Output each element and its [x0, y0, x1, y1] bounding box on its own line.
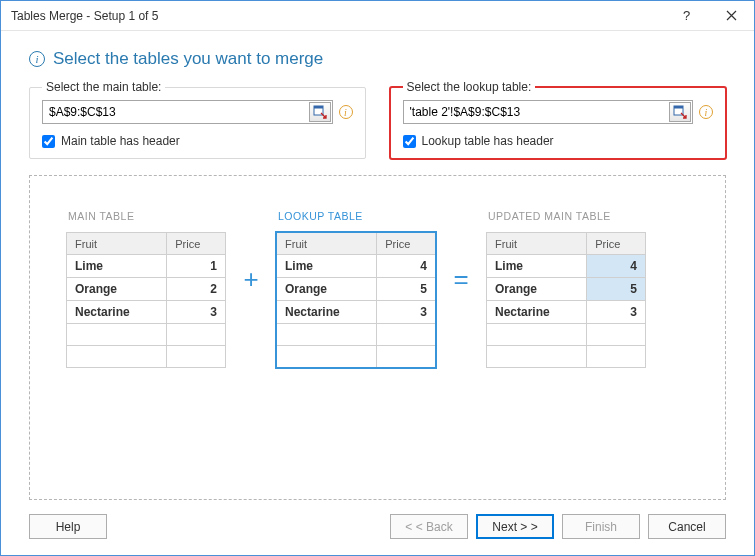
main-table: FruitPrice Lime1 Orange2 Nectarine3 [66, 232, 226, 368]
table-row: Orange5 [277, 278, 436, 301]
main-table-header-check-text: Main table has header [61, 134, 180, 148]
lookup-table-header-check-text: Lookup table has header [422, 134, 554, 148]
main-table-header-check-label[interactable]: Main table has header [42, 134, 353, 148]
lookup-table-range-picker-button[interactable] [669, 102, 691, 122]
svg-rect-1 [314, 106, 323, 109]
titlebar: Tables Merge - Setup 1 of 5 ? [1, 1, 754, 31]
table-row: Orange5 [487, 278, 646, 301]
svg-rect-3 [674, 106, 683, 109]
lookup-table-legend: Select the lookup table: [403, 80, 536, 94]
updated-table: FruitPrice Lime4 Orange5 Nectarine3 [486, 232, 646, 368]
lookup-table-block: LOOKUP TABLE FruitPrice Lime4 Orange5 Ne… [276, 210, 436, 368]
back-button[interactable]: < < Back [390, 514, 468, 539]
config-row: Select the main table: i Main table has … [1, 81, 754, 165]
main-table-info-icon[interactable]: i [339, 105, 353, 119]
updated-table-label: UPDATED MAIN TABLE [488, 210, 646, 222]
page-heading: Select the tables you want to merge [53, 49, 323, 69]
lookup-table-header-checkbox[interactable] [403, 135, 416, 148]
help-titlebar-button[interactable]: ? [664, 1, 709, 30]
main-table-group: Select the main table: i Main table has … [29, 87, 366, 159]
main-table-label: MAIN TABLE [68, 210, 226, 222]
tables-row: MAIN TABLE FruitPrice Lime1 Orange2 Nect… [66, 210, 689, 368]
preview-area: MAIN TABLE FruitPrice Lime1 Orange2 Nect… [29, 175, 726, 500]
lookup-table-range-input[interactable] [404, 101, 670, 123]
lookup-table-header-check-label[interactable]: Lookup table has header [403, 134, 714, 148]
range-picker-icon [673, 105, 687, 119]
table-row: Lime4 [277, 255, 436, 278]
table-row: Lime4 [487, 255, 646, 278]
heading-row: i Select the tables you want to merge [1, 31, 754, 81]
table-row: Orange2 [67, 278, 226, 301]
footer-row: Help < < Back Next > > Finish Cancel [1, 500, 754, 555]
table-row: Nectarine3 [67, 301, 226, 324]
info-icon: i [29, 51, 45, 67]
table-row: Nectarine3 [487, 301, 646, 324]
help-button[interactable]: Help [29, 514, 107, 539]
next-button[interactable]: Next > > [476, 514, 554, 539]
lookup-table-group: Select the lookup table: i Lookup table … [390, 87, 727, 159]
main-table-range-input[interactable] [43, 101, 309, 123]
main-table-range-picker-button[interactable] [309, 102, 331, 122]
window-title: Tables Merge - Setup 1 of 5 [11, 9, 664, 23]
plus-operator: + [226, 210, 276, 295]
lookup-table-info-icon[interactable]: i [699, 105, 713, 119]
close-icon [726, 10, 737, 21]
main-table-legend: Select the main table: [42, 80, 165, 94]
close-titlebar-button[interactable] [709, 1, 754, 30]
lookup-table-range-field[interactable] [403, 100, 694, 124]
cancel-button[interactable]: Cancel [648, 514, 726, 539]
main-table-header-checkbox[interactable] [42, 135, 55, 148]
lookup-table-label: LOOKUP TABLE [278, 210, 436, 222]
main-table-block: MAIN TABLE FruitPrice Lime1 Orange2 Nect… [66, 210, 226, 368]
range-picker-icon [313, 105, 327, 119]
finish-button[interactable]: Finish [562, 514, 640, 539]
table-row: Lime1 [67, 255, 226, 278]
dialog-window: Tables Merge - Setup 1 of 5 ? i Select t… [0, 0, 755, 556]
updated-table-block: UPDATED MAIN TABLE FruitPrice Lime4 Oran… [486, 210, 646, 368]
table-row: Nectarine3 [277, 301, 436, 324]
main-table-range-field[interactable] [42, 100, 333, 124]
lookup-table: FruitPrice Lime4 Orange5 Nectarine3 [276, 232, 436, 368]
equals-operator: = [436, 210, 486, 295]
